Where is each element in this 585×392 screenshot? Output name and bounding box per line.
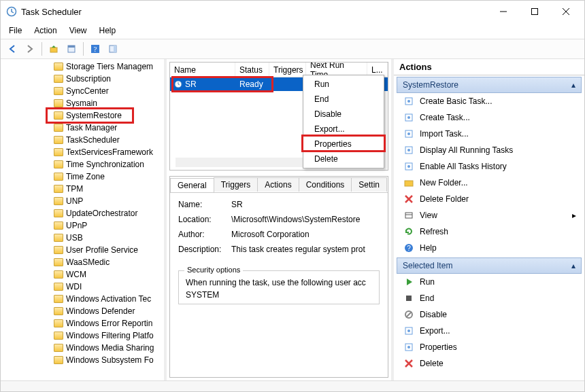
menubar: File Action View Help xyxy=(1,22,584,39)
tree-item[interactable]: TPM xyxy=(1,183,164,195)
action-item[interactable]: End xyxy=(397,290,582,306)
context-menu-item[interactable]: Run xyxy=(303,77,384,92)
label-name: Name: xyxy=(178,200,231,209)
col-name[interactable]: Name xyxy=(170,63,235,77)
tree-item[interactable]: SystemRestore xyxy=(1,109,164,122)
tab-conditions[interactable]: Conditions xyxy=(299,177,352,192)
tree-item[interactable]: Windows Defender xyxy=(1,305,164,317)
tree-item[interactable]: WCM xyxy=(1,268,164,281)
action-item[interactable]: Refresh xyxy=(397,224,582,240)
menu-file[interactable]: File xyxy=(3,24,27,37)
context-menu-item[interactable]: Delete xyxy=(303,152,384,166)
tree-item[interactable]: User Profile Service xyxy=(1,244,164,256)
action-label: Properties xyxy=(420,342,457,352)
tree-item[interactable]: UpdateOrchestrator xyxy=(1,207,164,219)
folder-icon xyxy=(54,87,63,95)
action-item[interactable]: View▸ xyxy=(397,207,582,224)
help-button[interactable]: ? xyxy=(88,41,103,56)
collapse-icon: ▴ xyxy=(571,261,575,270)
action-label: Enable All Tasks History xyxy=(420,162,507,171)
action-item[interactable]: Run xyxy=(397,274,582,290)
folder-icon xyxy=(54,283,63,291)
context-menu-item[interactable]: End xyxy=(303,92,384,107)
action-icon xyxy=(403,96,414,107)
context-menu-item[interactable]: Properties xyxy=(303,137,384,152)
context-menu-item[interactable]: Export... xyxy=(303,122,384,137)
col-triggers[interactable]: Triggers xyxy=(269,63,306,77)
tree-item[interactable]: Windows Media Sharing xyxy=(1,342,164,354)
action-item[interactable]: Disable xyxy=(397,306,582,323)
action-item[interactable]: ?Help xyxy=(397,240,582,256)
tree-item[interactable]: Windows Error Reportin xyxy=(1,317,164,329)
back-button[interactable] xyxy=(5,41,20,56)
tree-item[interactable]: SyncCenter xyxy=(1,85,164,97)
task-status: Ready xyxy=(235,79,269,89)
context-menu-item[interactable]: Disable xyxy=(303,107,384,122)
tree-item[interactable]: Windows Activation Tec xyxy=(1,293,164,305)
tree-item-label: TextServicesFramework xyxy=(66,147,153,157)
tree-item[interactable]: Windows Subsystem Fo xyxy=(1,354,164,366)
action-label: Delete xyxy=(420,359,444,368)
action-icon xyxy=(403,210,414,221)
tree-item[interactable]: Task Manager xyxy=(1,122,164,134)
tree-item[interactable]: Time Synchronization xyxy=(1,158,164,171)
menu-help[interactable]: Help xyxy=(94,24,122,37)
tree-item[interactable]: Windows Filtering Platfo xyxy=(1,329,164,342)
folder-tree[interactable]: Storage Tiers ManagemSubscriptionSyncCen… xyxy=(1,59,167,380)
action-item[interactable]: New Folder... xyxy=(397,175,582,191)
actions-section-systemrestore[interactable]: SystemRestore ▴ xyxy=(397,77,582,93)
action-item[interactable]: Delete Folder xyxy=(397,191,582,207)
tree-item[interactable]: WaaSMedic xyxy=(1,256,164,268)
tree-item[interactable]: Storage Tiers Managem xyxy=(1,60,164,73)
tab-actions[interactable]: Actions xyxy=(257,177,299,192)
tree-item-label: Storage Tiers Managem xyxy=(66,62,153,71)
menu-action[interactable]: Action xyxy=(29,24,62,37)
tree-item[interactable]: Sysmain xyxy=(1,97,164,109)
tree-item-label: USB xyxy=(66,233,83,243)
action-item[interactable]: Properties xyxy=(397,339,582,355)
forward-button[interactable] xyxy=(22,41,37,56)
action-item[interactable]: Enable All Tasks History xyxy=(397,158,582,175)
action-item[interactable]: Create Basic Task... xyxy=(397,93,582,109)
tree-item[interactable]: WDI xyxy=(1,281,164,293)
action-item[interactable]: Display All Running Tasks xyxy=(397,142,582,158)
section2-label: Selected Item xyxy=(403,261,452,270)
tree-item[interactable]: Time Zone xyxy=(1,171,164,183)
tree-item[interactable]: UNP xyxy=(1,195,164,207)
close-button[interactable] xyxy=(550,1,582,22)
action-item[interactable]: Import Task... xyxy=(397,126,582,142)
action-label: Create Task... xyxy=(420,113,470,122)
col-status[interactable]: Status xyxy=(235,63,269,77)
action-label: Delete Folder xyxy=(420,194,469,204)
action-label: Help xyxy=(420,243,437,253)
tree-item[interactable]: TaskScheduler xyxy=(1,134,164,146)
menu-view[interactable]: View xyxy=(64,24,93,37)
tab-scroll-left[interactable]: ◂ xyxy=(388,179,388,190)
action-icon xyxy=(403,194,414,204)
label-author: Author: xyxy=(178,230,231,239)
tab-settings[interactable]: Settin xyxy=(351,177,387,192)
minimize-button[interactable] xyxy=(488,1,519,22)
tree-item-label: WDI xyxy=(66,282,82,291)
svg-rect-4 xyxy=(68,46,75,48)
action-label: Display All Running Tasks xyxy=(420,145,513,155)
tree-item[interactable]: UPnP xyxy=(1,219,164,232)
svg-text:?: ? xyxy=(407,245,411,252)
tab-general[interactable]: General xyxy=(170,178,214,192)
action-item[interactable]: Delete xyxy=(397,355,582,372)
folder-icon xyxy=(54,173,63,181)
tab-triggers[interactable]: Triggers xyxy=(214,177,258,192)
properties-button[interactable] xyxy=(64,41,79,56)
action-item[interactable]: Export... xyxy=(397,323,582,339)
app-icon xyxy=(6,6,17,17)
tree-item[interactable]: Subscription xyxy=(1,73,164,85)
window-title: Task Scheduler xyxy=(21,7,488,17)
tree-item[interactable]: USB xyxy=(1,232,164,244)
actions-section-selected[interactable]: Selected Item ▴ xyxy=(397,257,582,274)
action-item[interactable]: Create Task... xyxy=(397,109,582,126)
task-icon xyxy=(174,80,182,88)
maximize-button[interactable] xyxy=(519,1,550,22)
tree-item[interactable]: TextServicesFramework xyxy=(1,146,164,158)
show-actions-button[interactable] xyxy=(105,41,120,56)
up-button[interactable] xyxy=(46,41,61,56)
